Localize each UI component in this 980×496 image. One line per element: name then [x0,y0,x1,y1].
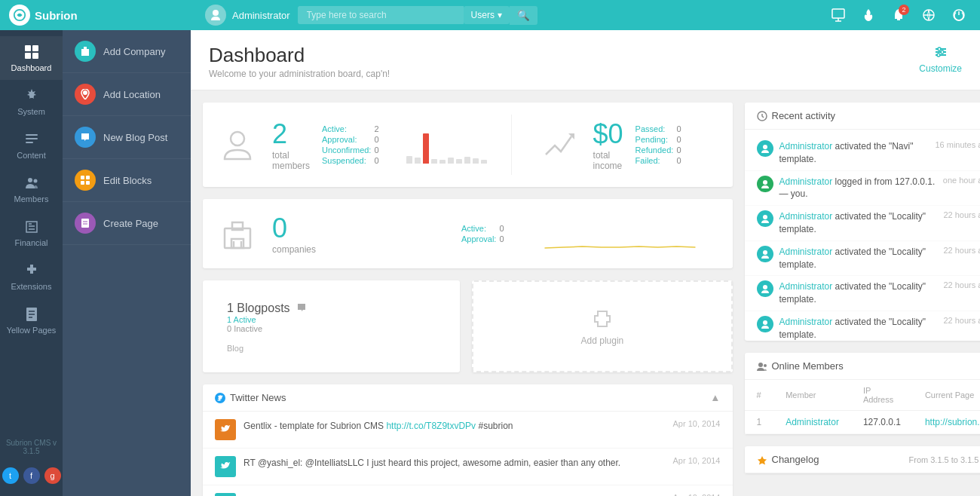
online-members-table: # Member IP Address Current Page 1 Admin… [745,380,981,434]
row-ip: 127.0.0.1 [851,411,913,434]
companies-stats: 0 companies Active:0 Approval:0 [203,199,733,268]
page-subtitle: Welcome to your administration board, ca… [209,69,390,79]
sidebar-item-members[interactable]: Members [0,167,63,211]
companies-details: Active:0 Approval:0 [461,223,507,244]
svg-point-53 [763,180,767,185]
sidebar-item-content-label: Content [17,151,46,160]
income-pending: 0 [676,134,684,145]
twitter-text: RT @yashi_el: @IntelliatsLLC I just hear… [243,456,666,470]
facebook-icon[interactable]: f [23,467,40,484]
members-label: total members [272,150,310,171]
activity-time: 22 hours ago [943,246,980,255]
twitter-collapse-btn[interactable]: ▲ [710,392,720,403]
online-members-card: Online Members ▲ # Member IP Address Cur… [745,353,981,434]
activity-user[interactable]: Administrator [779,141,833,152]
income-total: $0 [593,118,623,150]
sidebar-item-content[interactable]: Content [0,124,63,167]
blog-footer: Blog [215,344,448,362]
companies-icon [215,211,260,256]
sidebar-item-yellow-pages-label: Yellow Pages [7,326,57,335]
income-chart [697,125,721,165]
blog-plugin-row: 1 Blogposts 1 Active 0 Inactive Blog [203,280,733,372]
svg-point-56 [763,285,767,289]
twitter-text: @yashi_el Yes, you can create custom pos… [243,493,666,496]
companies-approval: 0 [499,234,507,244]
sidebar-item-extensions-label: Extensions [11,282,52,291]
sidebar-item-financial[interactable]: Financial [0,211,63,255]
activity-avatar [757,246,773,262]
members-approval: 0 [374,134,381,145]
customize-button[interactable]: Customize [919,44,962,74]
topbar-user: Administrator [205,5,290,26]
twitter-news-title: Twitter News [215,392,286,403]
twitter-avatar [215,493,236,496]
svg-rect-5 [897,19,900,20]
col-ip: IP Address [851,380,913,411]
dashboard-left: 2 total members Active:2 Approval:0 Unco… [203,103,733,496]
activity-user[interactable]: Administrator [779,246,833,257]
add-location-label: Add Location [103,89,161,100]
twitter-date: Apr 10, 2014 [673,493,721,496]
svg-rect-32 [81,181,84,185]
activity-user[interactable]: Administrator [779,317,833,327]
power-icon[interactable] [947,3,971,27]
users-dropdown-btn[interactable]: Users ▾ [464,6,510,24]
stats-section: 2 total members Active:2 Approval:0 Unco… [203,103,733,187]
fire-icon[interactable] [856,3,880,27]
notification-icon[interactable]: 2 [887,3,911,27]
twitter-date: Apr 10, 2014 [673,419,721,428]
svg-point-54 [763,215,767,219]
member-link[interactable]: Administrator [786,417,839,427]
sidebar: Dashboard System Content Members Financi… [0,30,63,496]
dropdown-add-location[interactable]: Add Location [63,73,191,116]
dropdown-add-company[interactable]: Add Company [63,30,191,73]
stats-row: 2 total members Active:2 Approval:0 Unco… [215,115,721,175]
dropdown-create-page[interactable]: Create Page [63,202,191,245]
notification-badge: 2 [899,5,909,15]
svg-rect-28 [84,47,87,50]
logo: Subrion [9,5,198,26]
dropdown-new-blog-post[interactable]: New Blog Post [63,116,191,159]
svg-rect-13 [32,53,38,59]
globe-icon[interactable] [917,3,941,27]
twitter-items-list: Gentlix - template for Subrion CMS http:… [203,412,733,496]
logo-text: Subrion [35,9,78,22]
activity-item: Administrator logged in from 127.0.0.1. … [745,171,981,207]
income-passed: 0 [676,124,684,134]
twitter-date: Apr 10, 2014 [673,456,721,465]
page-link[interactable]: http://subrion.git/ [925,417,980,427]
sidebar-item-system[interactable]: System [0,80,63,124]
twitter-item: @yashi_el Yes, you can create custom pos… [203,485,733,496]
twitter-link[interactable]: http://t.co/T8Z9txvDPv [386,421,476,431]
col-page: Current Page [913,380,980,411]
members-income-card: 2 total members Active:2 Approval:0 Unco… [203,103,733,187]
monitor-icon[interactable] [826,3,850,27]
activity-user[interactable]: Administrator [779,281,833,292]
online-members-header: Online Members ▲ [745,353,981,380]
sidebar-item-extensions[interactable]: Extensions [0,255,63,299]
activity-user[interactable]: Administrator [779,211,833,222]
twitter-news-header: Twitter News ▲ [203,384,733,412]
twitter-icon[interactable]: t [2,467,19,484]
svg-point-60 [758,363,763,367]
sidebar-item-dashboard[interactable]: Dashboard [0,36,63,80]
sidebar-item-yellow-pages[interactable]: Yellow Pages [0,299,63,342]
add-plugin-card[interactable]: Add plugin [472,280,732,372]
activity-time: 22 hours ago [943,316,980,325]
activity-avatar [757,316,773,332]
create-page-icon [75,213,96,234]
svg-point-55 [763,250,767,255]
income-refunded: 0 [676,145,684,155]
twitter-news-card: Twitter News ▲ Gentlix - template for Su… [203,384,733,496]
search-button[interactable]: 🔍 [510,6,537,25]
dashboard-grid: 2 total members Active:2 Approval:0 Unco… [191,90,980,496]
activity-text: Administrator activated the "Locality" t… [779,210,938,236]
recent-activity-title: Recent activity [757,110,836,121]
activity-time: 22 hours ago [943,280,980,289]
search-input[interactable] [298,6,464,24]
activity-user[interactable]: Administrator [779,176,833,187]
svg-point-18 [28,178,32,182]
googleplus-icon[interactable]: g [44,467,61,484]
members-count: 2 [272,118,310,150]
dropdown-edit-blocks[interactable]: Edit Blocks [63,159,191,202]
